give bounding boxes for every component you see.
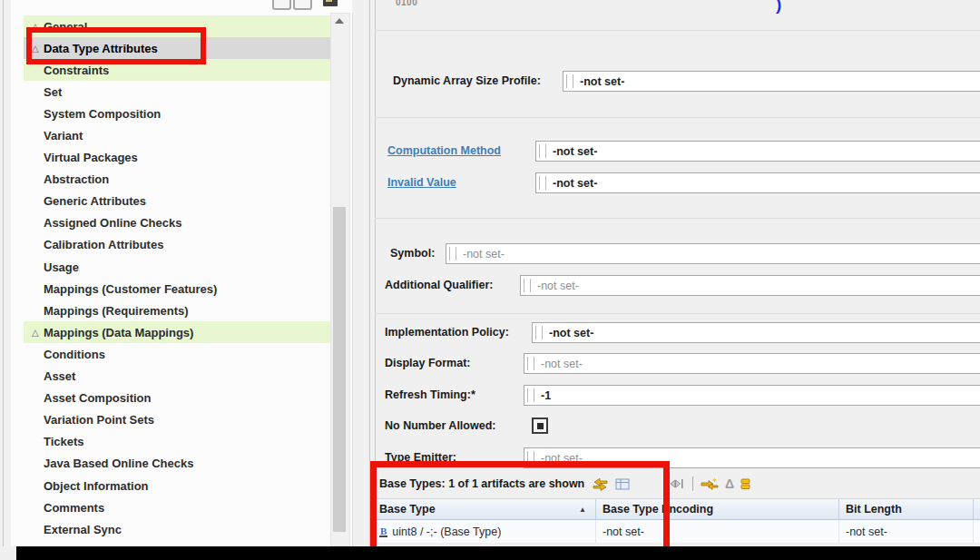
sidebar-item[interactable]: △ Variant — [24, 124, 340, 146]
toolbar-separator — [692, 476, 693, 491]
sidebar-item[interactable]: △ Conditions — [24, 343, 340, 365]
computation-method-link[interactable]: Computation Method — [387, 141, 501, 161]
bottom-black-bar — [16, 546, 980, 560]
fit-columns-icon[interactable] — [667, 478, 683, 489]
column-header-label: Bit Length — [846, 503, 902, 516]
sidebar-item[interactable]: △ General — [24, 15, 340, 37]
sidebar-item[interactable]: △ Constraints — [24, 59, 340, 81]
sort-ascending-icon: ▲ — [579, 506, 586, 514]
sidebar-item[interactable]: △ Usage — [24, 256, 340, 278]
base-types-table: Base Type ▲ Base Type Encoding Bit Lengt… — [373, 498, 980, 543]
input-grip-icon — [449, 247, 456, 260]
field-value: -not set- — [537, 280, 579, 292]
base-type-encoding-cell[interactable]: -not set- — [596, 520, 839, 543]
cell-value: -not set- — [846, 526, 887, 538]
compare-arrows-icon[interactable] — [701, 477, 719, 491]
sidebar-item-label: Mappings (Requirements) — [44, 304, 189, 318]
implementation-policy-input[interactable]: -not set- — [532, 322, 980, 343]
sidebar-item[interactable]: △ Mappings (Requirements) — [24, 300, 340, 321]
cell-value: -not set- — [603, 526, 644, 538]
toolbar-menu-icon[interactable] — [323, 0, 338, 6]
sidebar-item[interactable]: △ Abstraction — [24, 169, 340, 191]
dynamic-array-size-profile-input[interactable]: -not set- — [563, 71, 980, 92]
sidebar-item[interactable]: △ Assigned Online Checks — [24, 212, 340, 234]
additional-qualifier-input[interactable]: -not set- — [520, 275, 980, 296]
blue-brace-mark: ) — [776, 0, 781, 15]
sidebar-item-label: Usage — [44, 260, 79, 274]
sidebar-item[interactable]: △ System Composition — [24, 103, 340, 124]
sidebar-item[interactable]: △ Object Information — [24, 475, 340, 496]
sidebar-item[interactable]: △ External Sync — [24, 518, 340, 540]
input-grip-icon — [527, 357, 534, 370]
sidebar-item-label: Constraints — [44, 64, 109, 77]
column-header-bit-length[interactable]: Bit Length — [839, 499, 974, 519]
sidebar-item[interactable]: △ Mappings (Customer Features) — [24, 278, 340, 300]
table-header-row: Base Type ▲ Base Type Encoding Bit Lengt… — [373, 498, 980, 520]
section-divider — [375, 117, 980, 118]
empty-cell — [974, 520, 980, 543]
sidebar-toolbar — [11, 0, 352, 12]
sidebar-item[interactable]: △ Comments — [24, 496, 340, 518]
checkbox-mixed-state-icon — [537, 423, 544, 429]
invalid-value-input[interactable]: -not set- — [535, 172, 980, 193]
sidebar-item-label: Comments — [44, 501, 104, 515]
section-divider — [375, 313, 980, 314]
invalid-value-link[interactable]: Invalid Value — [387, 172, 456, 192]
sidebar-item[interactable]: △ Asset Composition — [24, 388, 340, 409]
sidebar-item[interactable]: △ Virtual Packages — [24, 147, 340, 169]
sidebar-divider — [352, 13, 353, 546]
type-emitter-input[interactable]: -not set- — [524, 447, 980, 468]
field-value: -1 — [541, 389, 551, 402]
base-types-count-label: Base Types: 1 of 1 artifacts are shown — [379, 474, 584, 494]
no-number-allowed-checkbox[interactable] — [532, 418, 548, 434]
cell-value: uint8 / -;- (Base Type) — [392, 526, 501, 538]
delta-icon[interactable]: Δ — [725, 477, 734, 490]
attributes-icon[interactable] — [740, 478, 751, 490]
toolbar-button-icon[interactable] — [272, 0, 291, 10]
refresh-timing-input[interactable]: -1 — [524, 385, 980, 406]
sidebar-item[interactable]: △ Mappings (Data Mappings) — [24, 321, 340, 343]
sidebar-item[interactable]: △ Data Type Attributes — [24, 37, 340, 59]
sidebar-item[interactable]: △ Calibration Attributes — [24, 234, 340, 256]
sidebar-item-label: Set — [44, 85, 62, 99]
sidebar-item[interactable]: △ Variation Point Sets — [24, 409, 340, 431]
field-label: Implementation Policy: — [385, 322, 509, 342]
sidebar-item-label: Mappings (Customer Features) — [44, 282, 217, 296]
display-format-input[interactable]: -not set- — [524, 353, 980, 374]
expand-triangle-icon[interactable]: △ — [32, 328, 44, 338]
sidebar-item[interactable]: △ Set — [24, 81, 340, 103]
sidebar-item-label: General — [44, 20, 87, 34]
scrollbar-up-arrow-icon[interactable] — [335, 18, 344, 24]
scrollbar-thumb[interactable] — [333, 207, 346, 532]
field-value: -not set- — [549, 327, 593, 339]
sidebar-item-label: Abstraction — [44, 172, 109, 186]
expand-triangle-icon[interactable]: △ — [32, 44, 44, 54]
sidebar-item-label: Tickets — [44, 435, 84, 448]
input-grip-icon — [539, 176, 546, 190]
symbol-input[interactable]: -not set- — [446, 243, 980, 264]
column-header-base-type[interactable]: Base Type ▲ — [373, 499, 596, 519]
sidebar-item[interactable]: △ Generic Attributes — [24, 191, 340, 212]
sidebar-item-label: Calibration Attributes — [44, 238, 163, 251]
swap-arrows-icon[interactable] — [592, 477, 609, 491]
sidebar-item[interactable]: △ Asset — [24, 366, 340, 388]
field-value: -not set- — [463, 248, 505, 260]
expand-triangle-icon[interactable]: △ — [32, 22, 44, 32]
toolbar-button-icon[interactable] — [293, 0, 312, 10]
column-header-base-type-encoding[interactable]: Base Type Encoding — [596, 499, 839, 519]
sidebar-item-label: System Composition — [44, 107, 161, 121]
panel-left-border — [369, 0, 376, 546]
table-view-icon[interactable] — [615, 478, 630, 490]
sidebar-item[interactable]: △ Tickets — [24, 431, 340, 453]
table-row[interactable]: B uint8 / -;- (Base Type) -not set- -not… — [373, 520, 980, 543]
field-label: Symbol: — [390, 243, 435, 263]
base-types-toolbar: Δ — [592, 473, 758, 495]
sidebar-item-label: Asset — [44, 369, 75, 383]
computation-method-input[interactable]: -not set- — [535, 141, 980, 162]
column-header-empty[interactable] — [974, 499, 980, 519]
sidebar-item-label: Assigned Online Checks — [44, 216, 181, 230]
base-type-cell[interactable]: B uint8 / -;- (Base Type) — [373, 520, 596, 543]
bit-length-cell[interactable]: -not set- — [839, 520, 974, 543]
sidebar-item[interactable]: △ Java Based Online Checks — [24, 453, 340, 475]
application-window: △ General △ Data Type Attributes △ Const… — [0, 0, 980, 560]
